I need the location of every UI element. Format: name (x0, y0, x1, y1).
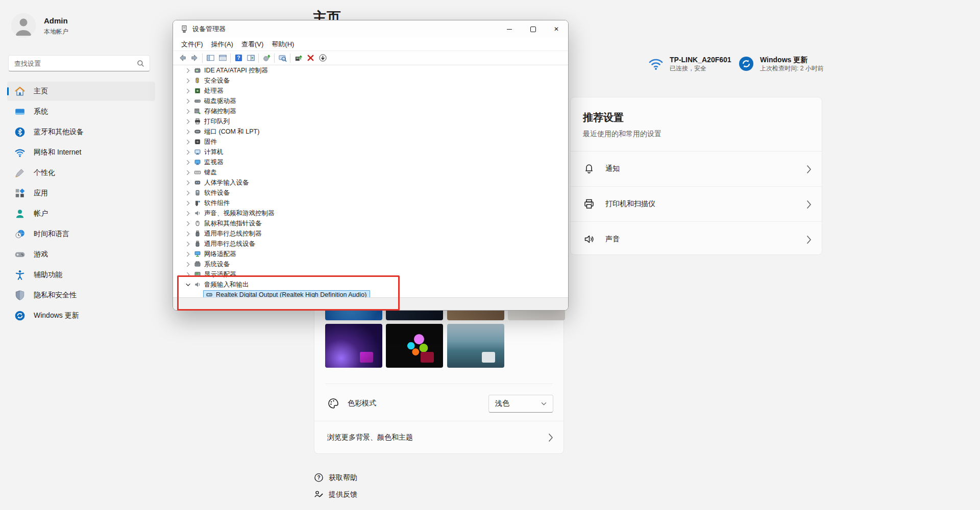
expand-chevron-icon[interactable] (184, 108, 191, 115)
toolbar-button[interactable] (304, 53, 316, 64)
browse-themes-row[interactable]: 浏览更多背景、颜色和主题 (314, 421, 564, 453)
toolbar-button[interactable] (216, 53, 229, 64)
tree-item[interactable]: 通用串行总线设备 (173, 239, 568, 249)
sidebar-item[interactable]: 个性化 (7, 163, 155, 183)
expand-chevron-icon[interactable] (184, 87, 191, 94)
tree-item[interactable]: IDE ATA/ATAPI 控制器 (173, 65, 568, 75)
tree-item[interactable]: 鼠标和其他指针设备 (173, 218, 568, 228)
disk-icon (194, 97, 202, 105)
tree-item-label: IDE ATA/ATAPI 控制器 (204, 66, 268, 75)
get-help-link[interactable]: ? 获取帮助 (314, 473, 357, 482)
help-icon: ? (234, 54, 243, 62)
tree-item[interactable]: 安全设备 (173, 75, 568, 86)
expand-chevron-icon[interactable] (184, 128, 191, 135)
tree-item[interactable]: 网络适配器 (173, 249, 568, 259)
sidebar-item[interactable]: Windows 更新 (7, 306, 155, 325)
sidebar-item[interactable]: 辅助功能 (7, 265, 155, 285)
update-status[interactable]: Windows 更新 上次检查时间: 2 小时前 (738, 55, 824, 73)
sidebar-item[interactable]: 网络和 Internet (7, 143, 155, 162)
tree-item[interactable]: 处理器 (173, 86, 568, 96)
settings-window: 主页 Admin 本地帐户 主页 系统 蓝牙和其他设备 (0, 0, 980, 510)
disable-device-icon (318, 54, 327, 62)
toolbar-button[interactable] (316, 53, 329, 64)
expand-chevron-icon[interactable] (184, 220, 191, 227)
tree-item[interactable]: 软件设备 (173, 188, 568, 198)
tree-item[interactable]: 计算机 (173, 147, 568, 157)
tree-item[interactable]: 固件 (173, 137, 568, 147)
expand-chevron-icon[interactable] (184, 77, 191, 84)
tree-item[interactable]: 端口 (COM 和 LPT) (173, 126, 568, 137)
theme-window-swatch (360, 352, 373, 363)
expand-chevron-icon[interactable] (184, 189, 191, 196)
divider (325, 384, 553, 384)
theme-thumbnail[interactable] (325, 324, 382, 368)
network-status[interactable]: TP-LINK_A20F601 已连接，安全 (647, 55, 731, 73)
tree-item[interactable]: 声音、视频和游戏控制器 (173, 208, 568, 218)
tree-item-label: 人体学输入设备 (204, 178, 249, 187)
sidebar-item[interactable]: 主页 (7, 82, 155, 101)
tree-item[interactable]: 软件组件 (173, 198, 568, 208)
expand-chevron-icon[interactable] (184, 138, 191, 145)
expand-chevron-icon[interactable] (184, 148, 191, 156)
tree-item[interactable]: 存储控制器 (173, 106, 568, 116)
expand-chevron-icon[interactable] (184, 250, 191, 258)
sidebar-item[interactable]: 时间和语言 (7, 224, 155, 244)
search-input[interactable] (9, 60, 137, 67)
expand-chevron-icon[interactable] (184, 67, 191, 74)
toolbar-button[interactable] (276, 53, 288, 64)
scan-hardware-icon (262, 54, 271, 62)
sidebar-item[interactable]: 游戏 (7, 245, 155, 264)
recommended-item[interactable]: 通知 (571, 151, 822, 186)
toolbar-button[interactable] (188, 53, 201, 64)
toolbar-button[interactable] (292, 53, 304, 64)
expand-chevron-icon[interactable] (184, 169, 191, 176)
expand-chevron-icon[interactable] (184, 179, 191, 186)
expand-chevron-icon[interactable] (184, 118, 191, 125)
tree-item[interactable]: 键盘 (173, 167, 568, 177)
expand-chevron-icon[interactable] (184, 159, 191, 166)
bluetooth-icon (14, 126, 26, 138)
tree-item[interactable]: 系统设备 (173, 259, 568, 269)
toolbar-button[interactable] (204, 53, 216, 64)
theme-thumbnail[interactable] (447, 324, 504, 368)
tree-item[interactable]: 磁盘驱动器 (173, 96, 568, 106)
menu-item[interactable]: 帮助(H) (267, 39, 298, 50)
sidebar-item[interactable]: 蓝牙和其他设备 (7, 122, 155, 142)
tree-item-label: 键盘 (204, 168, 217, 177)
expand-chevron-icon[interactable] (184, 210, 191, 217)
recommended-item[interactable]: 打印机和扫描仪 (571, 186, 822, 221)
expand-chevron-icon[interactable] (184, 97, 191, 105)
theme-thumbnail[interactable] (386, 324, 443, 368)
tree-item[interactable]: 人体学输入设备 (173, 177, 568, 188)
tree-item[interactable]: 通用串行总线控制器 (173, 228, 568, 239)
recommended-item-label: 声音 (605, 235, 806, 244)
feedback-link[interactable]: 提供反馈 (314, 490, 357, 499)
expand-chevron-icon[interactable] (184, 230, 191, 237)
avatar[interactable] (11, 13, 36, 38)
tree-item[interactable]: 监视器 (173, 157, 568, 167)
menu-item[interactable]: 操作(A) (207, 39, 237, 50)
minimize-button[interactable] (498, 20, 521, 38)
expand-chevron-icon[interactable] (184, 261, 191, 268)
get-help-label: 获取帮助 (329, 473, 357, 482)
toolbar-button[interactable] (244, 53, 257, 64)
sidebar-item[interactable]: 隐私和安全性 (7, 286, 155, 305)
expand-chevron-icon[interactable] (184, 199, 191, 207)
menu-item[interactable]: 文件(F) (177, 39, 207, 50)
close-button[interactable]: ✕ (545, 20, 568, 38)
recommended-item[interactable]: 声音 (571, 221, 822, 257)
search-box[interactable] (8, 55, 150, 71)
tree-item[interactable]: 打印队列 (173, 116, 568, 126)
color-mode-dropdown[interactable]: 浅色 (488, 395, 553, 413)
maximize-button[interactable] (521, 20, 545, 38)
menu-item[interactable]: 查看(V) (237, 39, 267, 50)
sidebar-item[interactable]: 帐户 (7, 204, 155, 223)
expand-chevron-icon[interactable] (184, 240, 191, 247)
sidebar-item[interactable]: 系统 (7, 102, 155, 121)
key-icon (194, 77, 202, 85)
toolbar-button[interactable] (260, 53, 273, 64)
title-bar[interactable]: 设备管理器 ✕ (173, 20, 568, 38)
sidebar-item[interactable]: 应用 (7, 184, 155, 203)
toolbar-button[interactable]: ? (232, 53, 244, 64)
toolbar-button[interactable] (176, 53, 188, 64)
